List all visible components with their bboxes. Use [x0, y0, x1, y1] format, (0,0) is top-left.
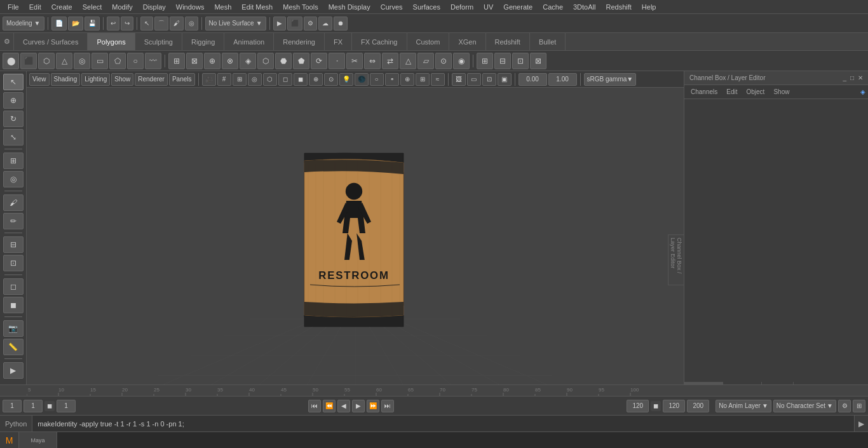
lighting-menu-btn[interactable]: Lighting [81, 73, 110, 86]
shelf-cone-btn[interactable]: △ [56, 53, 72, 69]
open-file-btn[interactable]: 📂 [68, 17, 83, 31]
shelf-cylinder-btn[interactable]: ⬡ [38, 53, 55, 69]
shelf-extra3-btn[interactable]: ⊡ [512, 53, 529, 69]
isolate-sel-btn[interactable]: ◼ [294, 73, 308, 86]
prev-frame-marker-btn[interactable]: ◼ [44, 401, 55, 411]
shelf-sphere-btn[interactable]: ⬤ [3, 53, 19, 69]
render-seq-btn[interactable]: ⬛ [287, 17, 302, 31]
view-menu-btn[interactable]: View [29, 73, 50, 86]
transform-tool-btn[interactable]: ⊕ [3, 92, 24, 109]
manip-btn[interactable]: ⊕ [309, 73, 323, 86]
taskbar-item-1[interactable]: Maya [19, 432, 57, 448]
snap-btn[interactable]: ◎ [185, 17, 198, 31]
menu-uv[interactable]: UV [478, 2, 498, 12]
menu-mesh-display[interactable]: Mesh Display [323, 2, 376, 12]
shelf-offset-btn[interactable]: ⬞ [329, 53, 345, 69]
grid-btn[interactable]: # [217, 73, 231, 86]
shelf-mirror-btn[interactable]: ⇔ [364, 53, 381, 69]
command-execute-btn[interactable]: ▶ [854, 416, 868, 431]
shelf-plane-btn[interactable]: ▭ [92, 53, 108, 69]
rotate-tool-btn[interactable]: ↻ [3, 111, 24, 127]
menu-mesh[interactable]: Mesh [209, 2, 236, 12]
anim-playback-btn[interactable]: ⏺ [334, 17, 348, 31]
menu-select[interactable]: Select [78, 2, 107, 12]
tab-curves-surfaces[interactable]: Curves / Surfaces [14, 33, 88, 50]
menu-display[interactable]: Display [138, 2, 171, 12]
panels-menu-btn[interactable]: Panels [169, 73, 195, 86]
shelf-reverse-btn[interactable]: ⇄ [382, 53, 398, 69]
menu-mesh-tools[interactable]: Mesh Tools [278, 2, 323, 12]
resolution-btn[interactable]: ⊡ [482, 73, 496, 86]
right-panel-close-btn[interactable]: ✕ [858, 74, 863, 81]
anim-extra-btn[interactable]: ⊞ [853, 400, 865, 412]
tab-fx-caching[interactable]: FX Caching [352, 33, 407, 50]
light-btn[interactable]: 💡 [339, 73, 353, 86]
menu-3dtoall[interactable]: 3DtoAll [568, 2, 600, 12]
texture-btn[interactable]: ⬡ [263, 73, 277, 86]
snap-grid-btn[interactable]: ⊟ [3, 236, 24, 253]
shelf-pipe-btn[interactable]: ○ [127, 53, 144, 69]
camera-btn[interactable]: 📷 [3, 320, 24, 337]
shading-menu-btn[interactable]: Shading [51, 73, 81, 86]
shelf-cut-btn[interactable]: ✂ [346, 53, 363, 69]
right-panel-minimize-btn[interactable]: _ [843, 74, 846, 81]
shelf-extra2-btn[interactable]: ⊟ [494, 53, 511, 69]
scale-tool-btn[interactable]: ⤡ [3, 129, 24, 146]
right-panel-maximize-btn[interactable]: □ [850, 74, 854, 81]
renderer-menu-btn[interactable]: Renderer [135, 73, 168, 86]
universal-manip-btn[interactable]: ⊞ [3, 153, 24, 169]
edit-menu-btn[interactable]: Edit [722, 88, 741, 95]
no-anim-layer-dropdown[interactable]: No Anim Layer ▼ [715, 400, 771, 412]
aa-btn[interactable]: ⚬ [385, 73, 399, 86]
end-frame-input[interactable] [627, 400, 649, 412]
tab-xgen[interactable]: XGen [449, 33, 485, 50]
shelf-extrude-btn[interactable]: ⬡ [257, 53, 274, 69]
tab-fx[interactable]: FX [325, 33, 352, 50]
select-tool-btn[interactable]: ↖ [3, 74, 24, 90]
frame-number-input[interactable] [57, 400, 76, 412]
tab-rendering[interactable]: Rendering [274, 33, 325, 50]
menu-edit[interactable]: Edit [24, 2, 46, 12]
menu-create[interactable]: Create [46, 2, 78, 12]
lasso-btn[interactable]: ⌒ [154, 17, 168, 31]
paint-weights-btn[interactable]: 🖌 [3, 194, 24, 211]
attribute-editor-tab[interactable]: Channel Box / Layer Editor [668, 234, 684, 285]
shelf-loop-btn[interactable]: ⟳ [311, 53, 327, 69]
wireframe-btn[interactable]: ⊞ [233, 73, 247, 86]
undo-btn[interactable]: ↩ [107, 17, 119, 31]
paint-btn[interactable]: 🖌 [170, 17, 184, 31]
channels-menu-btn[interactable]: Channels [687, 88, 721, 95]
show-menu-btn[interactable]: Show [770, 88, 793, 95]
menu-redshift[interactable]: Redshift [600, 2, 636, 12]
no-live-surface-btn[interactable]: No Live Surface ▼ [205, 17, 266, 31]
shadow-btn[interactable]: 🌑 [355, 73, 369, 86]
render-btn[interactable]: ▶ [273, 17, 286, 31]
gpu-cache-btn[interactable]: ☁ [318, 17, 332, 31]
show-menu-btn[interactable]: Show [111, 73, 133, 86]
step-fwd-btn[interactable]: ⏩ [367, 400, 379, 412]
menu-modify[interactable]: Modify [107, 2, 137, 12]
snap-curve-btn[interactable]: ⊡ [3, 255, 24, 271]
shelf-bevel-btn[interactable]: ◈ [240, 53, 256, 69]
play-back-btn[interactable]: ◀ [337, 400, 350, 412]
render-settings-btn[interactable]: ⚙ [304, 17, 317, 31]
render-view-btn[interactable]: ▶ [3, 362, 24, 379]
shelf-weld-btn[interactable]: ◉ [453, 53, 470, 69]
shelf-combine-btn[interactable]: ⊕ [204, 53, 220, 69]
shelf-smooth-btn[interactable]: ⊠ [186, 53, 203, 69]
safe-area-btn[interactable]: ▣ [498, 73, 512, 86]
shelf-disk-btn[interactable]: ⬠ [109, 53, 126, 69]
ao-btn[interactable]: ○ [370, 73, 384, 86]
go-to-end-btn[interactable]: ⏭ [381, 400, 394, 412]
menu-cache[interactable]: Cache [538, 2, 568, 12]
timeline-tick-area[interactable]: 5 10 15 20 25 30 35 40 45 50 55 60 65 70… [27, 385, 841, 396]
no-character-set-dropdown[interactable]: No Character Set ▼ [773, 400, 836, 412]
snap-to-view-btn[interactable]: ⊙ [324, 73, 338, 86]
camera-vis-btn[interactable]: 🎥 [202, 73, 216, 86]
shelf-helix-btn[interactable]: 〰 [145, 53, 161, 69]
max-frame-input[interactable] [687, 400, 709, 412]
xray-btn[interactable]: ◻ [278, 73, 292, 86]
menu-surfaces[interactable]: Surfaces [408, 2, 445, 12]
start-frame-input[interactable] [3, 400, 22, 412]
menu-edit-mesh[interactable]: Edit Mesh [236, 2, 278, 12]
